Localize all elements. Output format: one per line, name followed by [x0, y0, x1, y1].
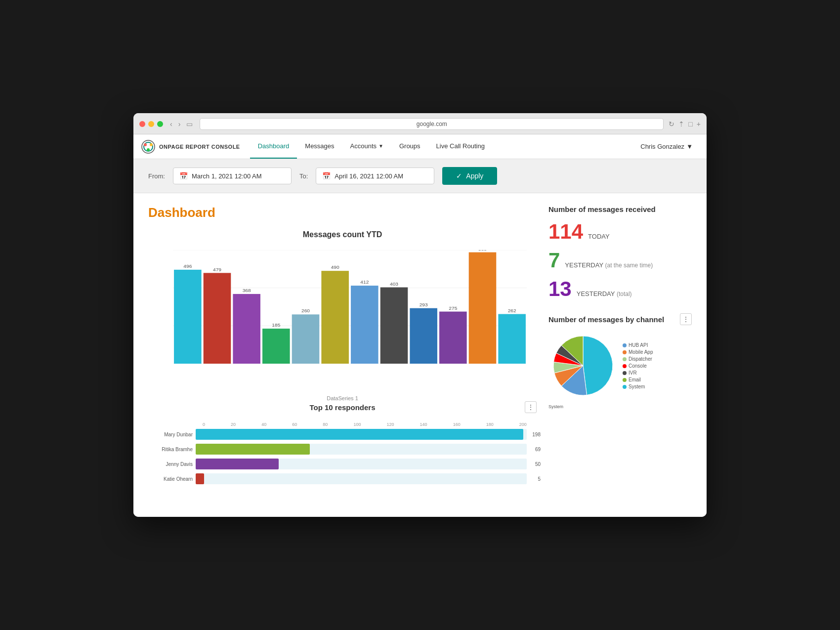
responders-more-icon[interactable]: ⋮: [525, 401, 537, 413]
svg-point-4: [147, 148, 150, 151]
yesterday-total-stat-row: 13 YESTERDAY (total): [548, 279, 692, 299]
svg-rect-43: [469, 252, 497, 364]
ytd-chart-svg: 600 400 200 0 496May '20479Jun '20368Jul…: [173, 250, 527, 364]
hbar-row: Jenny Davis50: [148, 459, 527, 469]
back-button[interactable]: ‹: [168, 119, 174, 129]
nav-accounts[interactable]: Accounts ▼: [342, 134, 391, 159]
yesterday-total-stat-value: 13: [548, 279, 572, 299]
ytd-chart: 600 400 200 0 496May '20479Jun '20368Jul…: [148, 245, 537, 383]
forward-button[interactable]: ›: [176, 119, 183, 129]
address-bar[interactable]: google.com: [200, 118, 664, 130]
nav-messages[interactable]: Messages: [297, 134, 342, 159]
calendar-to-icon: 📅: [322, 172, 331, 180]
apply-label: Apply: [466, 172, 483, 180]
hbar-rows-container: Mary Dunbar198Ritika Bramhe69Jenny Davis…: [148, 429, 527, 484]
today-stat-row: 114 TODAY: [548, 221, 692, 242]
brand-text: ONPAGE REPORT CONSOLE: [159, 144, 240, 150]
calendar-from-icon: 📅: [179, 172, 188, 180]
minimize-window-button[interactable]: [148, 121, 154, 127]
svg-rect-40: [439, 312, 467, 364]
svg-text:368: 368: [243, 288, 252, 293]
svg-rect-34: [380, 288, 408, 364]
responders-chart-body: 020406080100120140160180200 Mary Dunbar1…: [148, 417, 537, 493]
responders-chart-title: Top 10 responders: [309, 403, 375, 412]
app-nav: ONPAGE REPORT CONSOLE Dashboard Messages…: [133, 134, 707, 159]
nav-live-call-routing[interactable]: Live Call Routing: [428, 134, 493, 159]
pie-legend: HUB APIMobile AppDispatcherConsoleIVREma…: [623, 342, 653, 391]
user-caret-icon: ▼: [686, 143, 693, 150]
svg-rect-22: [262, 329, 290, 364]
pie-chart-area: System HUB APIMobile AppDispatcherConsol…: [548, 331, 692, 402]
apply-button[interactable]: ✓ Apply: [442, 167, 497, 185]
svg-text:275: 275: [449, 305, 458, 311]
refresh-icon[interactable]: ↻: [669, 120, 674, 128]
pie-legend-item: Mobile App: [623, 349, 653, 355]
nav-groups[interactable]: Groups: [391, 134, 428, 159]
svg-rect-13: [174, 270, 202, 364]
from-date-value: March 1, 2021 12:00 AM: [192, 172, 262, 180]
pie-chart-wrapper: System: [548, 331, 618, 402]
right-panel: Number of messages received 114 TODAY 7 …: [548, 205, 692, 505]
filter-bar: From: 📅 March 1, 2021 12:00 AM To: 📅 Apr…: [133, 159, 707, 193]
browser-chrome: ‹ › ▭ google.com ↻ ⇡ □ +: [133, 113, 707, 134]
yesterday-same-stat-value: 7: [548, 250, 560, 271]
checkmark-icon: ✓: [456, 172, 462, 180]
from-date-input[interactable]: 📅 March 1, 2021 12:00 AM: [173, 168, 292, 184]
yesterday-same-stat-label: YESTERDAY (at the same time): [565, 261, 653, 269]
hbar-row: Katie Ohearn5: [148, 473, 527, 484]
browser-titlebar: ‹ › ▭ google.com ↻ ⇡ □ +: [139, 118, 701, 130]
hbar-row: Mary Dunbar198: [148, 429, 527, 440]
svg-text:588: 588: [478, 250, 487, 252]
sidebar-toggle[interactable]: ▭: [184, 119, 195, 129]
browser-nav-arrows: ‹ › ▭: [168, 119, 195, 129]
to-label: To:: [299, 172, 308, 180]
svg-rect-46: [498, 314, 526, 364]
svg-rect-37: [410, 308, 437, 364]
ytd-chart-title: Messages count YTD: [148, 230, 537, 239]
user-name: Chris Gonzalez: [640, 143, 684, 150]
from-label: From:: [148, 172, 165, 180]
accounts-caret-icon: ▼: [378, 143, 383, 149]
tab-icon[interactable]: □: [688, 120, 692, 128]
user-menu[interactable]: Chris Gonzalez ▼: [634, 143, 699, 150]
svg-text:496: 496: [183, 263, 192, 269]
system-label: System: [548, 404, 563, 409]
to-date-input[interactable]: 📅 April 16, 2021 12:00 AM: [316, 168, 434, 184]
svg-text:185: 185: [272, 323, 281, 328]
svg-text:293: 293: [420, 302, 428, 307]
x-axis-labels: 020406080100120140160180200: [203, 422, 527, 427]
svg-rect-28: [321, 271, 349, 364]
nav-dashboard[interactable]: Dashboard: [250, 134, 297, 159]
main-content: Dashboard Messages count YTD 600 400 200: [133, 193, 707, 517]
pie-legend-item: Dispatcher: [623, 356, 653, 362]
pie-legend-item: Console: [623, 363, 653, 369]
pie-legend-item: IVR: [623, 370, 653, 376]
responders-chart-container: DataSeries 1 Top 10 responders ⋮ 0204060…: [148, 395, 537, 493]
add-tab-icon[interactable]: +: [697, 120, 701, 128]
channel-more-icon[interactable]: ⋮: [680, 313, 692, 325]
today-stat-label: TODAY: [588, 233, 610, 240]
svg-point-3: [150, 143, 153, 146]
maximize-window-button[interactable]: [157, 121, 163, 127]
svg-text:490: 490: [331, 265, 340, 270]
stats-section: Number of messages received 114 TODAY 7 …: [548, 205, 692, 299]
channel-title-row: Number of messages by channel ⋮: [548, 313, 692, 325]
page-title: Dashboard: [148, 205, 537, 220]
svg-text:403: 403: [390, 281, 399, 287]
share-icon[interactable]: ⇡: [678, 120, 684, 128]
channel-section: Number of messages by channel ⋮ System H…: [548, 313, 692, 402]
yesterday-same-stat-row: 7 YESTERDAY (at the same time): [548, 250, 692, 271]
to-date-value: April 16, 2021 12:00 AM: [335, 172, 403, 180]
pie-legend-item: System: [623, 384, 653, 389]
svg-point-2: [144, 143, 147, 146]
browser-window: ‹ › ▭ google.com ↻ ⇡ □ + ONPAGE REPORT C: [133, 113, 707, 517]
left-panel: Dashboard Messages count YTD 600 400 200: [148, 205, 537, 505]
svg-text:262: 262: [508, 308, 517, 313]
browser-icons: ↻ ⇡ □ +: [669, 120, 701, 128]
svg-rect-19: [233, 294, 260, 364]
pie-legend-item: Email: [623, 377, 653, 382]
close-window-button[interactable]: [139, 121, 145, 127]
svg-rect-31: [351, 286, 378, 364]
responders-header: Top 10 responders ⋮: [148, 401, 537, 413]
svg-text:479: 479: [213, 267, 222, 272]
